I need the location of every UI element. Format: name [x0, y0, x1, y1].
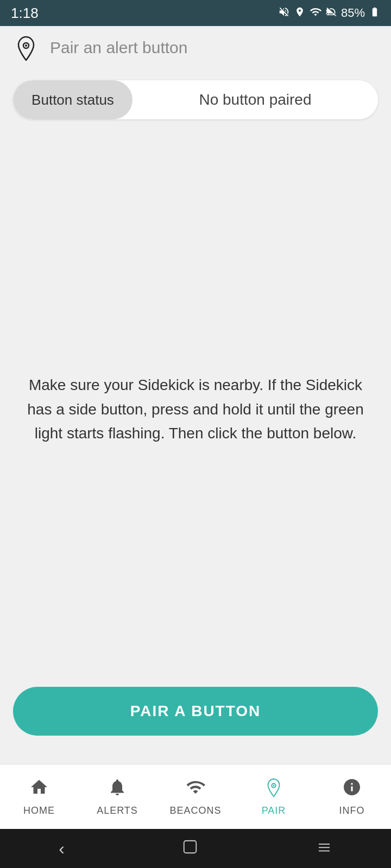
nav-label-pair: PAIR [262, 805, 286, 816]
svg-rect-4 [184, 840, 197, 853]
pair-a-button[interactable]: PAIR A BUTTON [13, 687, 378, 736]
button-status-row: Button status No button paired [13, 80, 378, 119]
svg-point-1 [25, 44, 27, 47]
alerts-icon [108, 777, 127, 802]
nav-label-home: HOME [23, 805, 55, 816]
nav-item-home[interactable]: HOME [12, 777, 66, 816]
nav-label-beacons: BEACONS [169, 805, 221, 816]
alarm-off-icon [326, 7, 337, 20]
home-icon [29, 777, 49, 802]
app-header: Pair an alert button [0, 26, 391, 69]
nav-label-alerts: ALERTS [97, 805, 138, 816]
home-button[interactable] [182, 839, 198, 859]
location-icon [294, 7, 305, 20]
nav-item-info[interactable]: INFO [325, 777, 379, 816]
nav-item-beacons[interactable]: BEACONS [168, 777, 223, 816]
svg-point-3 [273, 784, 275, 786]
nav-label-info: INFO [339, 805, 365, 816]
button-status-value: No button paired [133, 80, 378, 119]
description-area: Make sure your Sidekick is nearby. If th… [13, 132, 378, 687]
wifi-icon [310, 6, 321, 21]
status-bar: 1:18 85% [0, 0, 391, 26]
mute-icon [278, 6, 290, 21]
button-status-label: Button status [13, 80, 133, 119]
battery-icon [369, 7, 380, 20]
nav-item-pair[interactable]: PAIR [247, 777, 301, 816]
bottom-nav: HOME ALERTS BEACONS PAIR [0, 764, 391, 829]
app-logo [13, 35, 39, 61]
recents-button[interactable] [316, 839, 332, 859]
battery-level: 85% [341, 6, 365, 20]
main-content: Button status No button paired Make sure… [0, 69, 391, 764]
back-button[interactable]: ‹ [59, 839, 65, 859]
app-title: Pair an alert button [50, 39, 188, 57]
status-time: 1:18 [11, 5, 39, 22]
status-icons: 85% [278, 6, 380, 21]
description-text: Make sure your Sidekick is nearby. If th… [13, 373, 378, 446]
pair-icon [264, 777, 283, 802]
beacons-icon [186, 777, 205, 802]
android-nav-bar: ‹ [0, 829, 391, 868]
info-icon [342, 777, 362, 802]
nav-item-alerts[interactable]: ALERTS [90, 777, 144, 816]
